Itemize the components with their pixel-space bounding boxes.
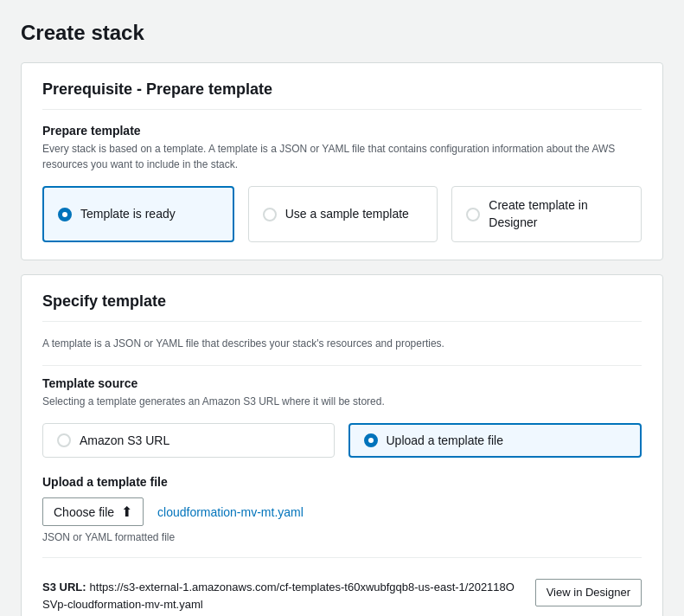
upload-row: Choose file ⬆ cloudformation-mv-mt.yaml (42, 497, 642, 526)
template-ready-option[interactable]: Template is ready (42, 186, 234, 242)
sample-template-radio[interactable] (263, 208, 277, 221)
upload-icon: ⬆ (121, 504, 132, 520)
s3-url-text: S3 URL:https://s3-external-1.amazonaws.c… (42, 579, 521, 613)
choose-file-button[interactable]: Choose file ⬆ (42, 497, 144, 526)
file-hint: JSON or YAML formatted file (42, 531, 642, 543)
view-in-designer-button[interactable]: View in Designer (535, 579, 642, 606)
template-ready-radio[interactable] (58, 208, 72, 221)
prepare-template-label: Prepare template (42, 124, 642, 138)
s3-url-value: https://s3-external-1.amazonaws.com/cf-t… (42, 581, 515, 611)
page-title: Create stack (21, 21, 663, 45)
prepare-template-desc: Every stack is based on a template. A te… (42, 141, 642, 172)
upload-file-label: Upload a template file (387, 433, 503, 447)
specify-template-desc: A template is a JSON or YAML file that d… (42, 336, 642, 351)
upload-file-radio[interactable] (364, 433, 378, 447)
source-option-group: Amazon S3 URL Upload a template file (42, 423, 642, 458)
sample-template-option[interactable]: Use a sample template (248, 186, 438, 242)
template-ready-label: Template is ready (80, 206, 176, 223)
specify-template-card: Specify template A template is a JSON or… (21, 274, 663, 616)
specify-template-card-title: Specify template (42, 292, 642, 322)
choose-file-label: Choose file (54, 505, 114, 519)
prerequisite-card-title: Prerequisite - Prepare template (42, 80, 642, 110)
create-designer-option[interactable]: Create template in Designer (451, 186, 642, 242)
sample-template-label: Use a sample template (285, 206, 409, 223)
divider2 (42, 557, 642, 558)
create-designer-label: Create template in Designer (489, 197, 627, 231)
s3-url-option[interactable]: Amazon S3 URL (42, 423, 335, 458)
template-option-group: Template is ready Use a sample template … (42, 186, 642, 242)
template-source-section: Template source Selecting a template gen… (42, 376, 642, 458)
prerequisite-card: Prerequisite - Prepare template Prepare … (21, 62, 663, 260)
s3-url-row: S3 URL:https://s3-external-1.amazonaws.c… (42, 568, 642, 613)
template-source-label: Template source (42, 376, 642, 390)
s3-url-static-label: S3 URL: (42, 581, 86, 594)
s3-url-label: Amazon S3 URL (80, 433, 169, 447)
s3-url-radio[interactable] (57, 433, 71, 447)
create-designer-radio[interactable] (466, 208, 480, 221)
upload-section: Upload a template file Choose file ⬆ clo… (42, 475, 642, 613)
upload-label: Upload a template file (42, 475, 642, 489)
uploaded-filename: cloudformation-mv-mt.yaml (157, 505, 304, 519)
template-source-desc: Selecting a template generates an Amazon… (42, 394, 642, 409)
upload-file-option[interactable]: Upload a template file (348, 423, 642, 458)
divider (42, 365, 642, 366)
